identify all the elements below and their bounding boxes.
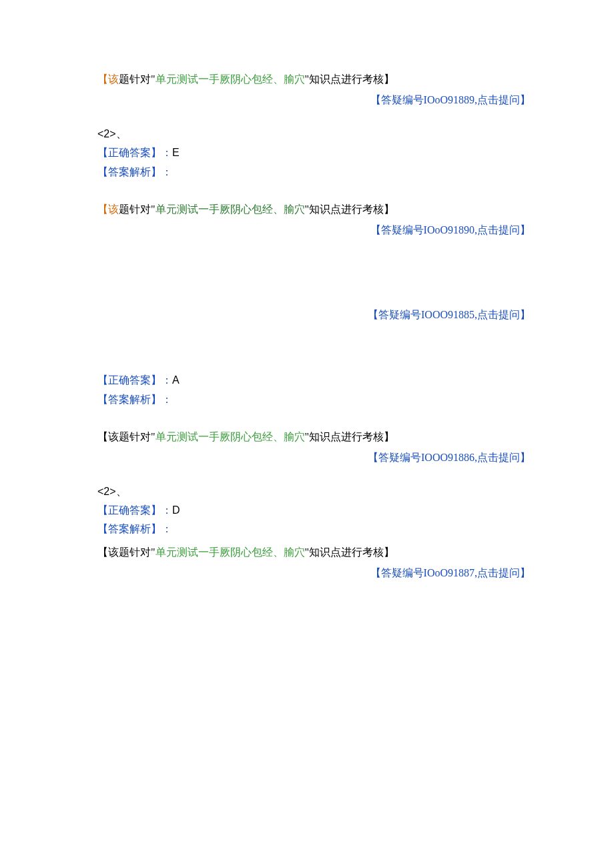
qa-link[interactable]: 【答疑编号IOOO91886,点击提问】 (368, 452, 531, 463)
note-bracket-open: 【该 (97, 203, 119, 215)
qa-link-row: 【答疑编号IOoO91889,点击提问】 (97, 93, 531, 107)
note-text-suffix: "知识点进行考核】 (305, 546, 395, 558)
explanation-label: 【答案解析】： (97, 394, 172, 405)
answer-label: 【正确答案】： (97, 504, 172, 516)
answer-value: D (172, 504, 180, 516)
note-topic: 单元测试一手厥阴心包经、腧穴 (156, 73, 305, 85)
subquestion-heading: <2>、 (97, 127, 547, 141)
knowledge-note: 【该题针对"单元测试一手厥阴心包经、腧穴"知识点进行考核】 (97, 72, 547, 87)
qa-link[interactable]: 【答疑编号IOoO91887,点击提问】 (370, 567, 531, 578)
answer-value: A (172, 374, 180, 386)
note-topic: 单元测试一手厥阴心包经、腧穴 (156, 431, 305, 442)
note-bracket-open: 【该题针对" (97, 546, 156, 558)
note-text-suffix: "知识点进行考核】 (305, 203, 395, 215)
qa-link[interactable]: 【答疑编号IOOO91885,点击提问】 (368, 309, 531, 320)
explanation-label: 【答案解析】： (97, 523, 172, 534)
qa-link-row: 【答疑编号IOOO91886,点击提问】 (97, 450, 531, 465)
qa-link-row: 【答疑编号IOOO91885,点击提问】 (97, 308, 531, 322)
knowledge-note: 【该题针对"单元测试一手厥阴心包经、腧穴"知识点进行考核】 (97, 430, 547, 444)
answer-label: 【正确答案】： (97, 374, 172, 386)
note-topic: 单元测试一手厥阴心包经、腧穴 (156, 203, 305, 215)
subquestion-heading: <2>、 (97, 484, 547, 499)
qa-link-row: 【答疑编号IOoO91887,点击提问】 (97, 566, 531, 580)
note-bracket-open: 【该题针对" (97, 431, 156, 442)
note-text-mid: 题针对" (119, 73, 156, 85)
qa-link[interactable]: 【答疑编号IOoO91889,点击提问】 (370, 94, 531, 105)
note-text-suffix: "知识点进行考核】 (305, 73, 395, 85)
note-topic: 单元测试一手厥阴心包经、腧穴 (156, 546, 305, 558)
note-text-suffix: "知识点进行考核】 (305, 431, 395, 442)
answer-label: 【正确答案】： (97, 147, 172, 158)
knowledge-note: 【该题针对"单元测试一手厥阴心包经、腧穴"知识点进行考核】 (97, 545, 547, 560)
note-bracket-open: 【该 (97, 73, 119, 85)
answer-row: 【正确答案】：A (97, 373, 547, 388)
explanation-label: 【答案解析】： (97, 166, 172, 177)
answer-value: E (172, 147, 180, 158)
explanation-row: 【答案解析】： (97, 522, 547, 536)
note-text-mid: 题针对" (119, 203, 156, 215)
answer-row: 【正确答案】：E (97, 145, 547, 160)
explanation-row: 【答案解析】： (97, 165, 547, 179)
explanation-row: 【答案解析】： (97, 392, 547, 407)
qa-link-row: 【答疑编号IOoO91890,点击提问】 (97, 223, 531, 238)
knowledge-note: 【该题针对"单元测试一手厥阴心包经、腧穴"知识点进行考核】 (97, 202, 547, 217)
answer-row: 【正确答案】：D (97, 503, 547, 518)
qa-link[interactable]: 【答疑编号IOoO91890,点击提问】 (370, 224, 531, 236)
